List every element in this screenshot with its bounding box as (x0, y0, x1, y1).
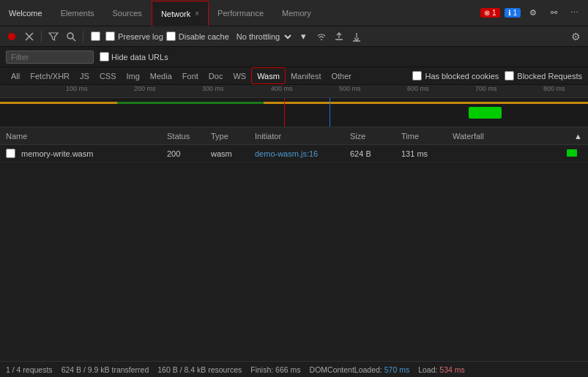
finish-time: Finish: 666 ms (250, 365, 300, 374)
tab-icons: ⊗ 1 ℹ 1 ⚙ ⚯ ⋯ (480, 5, 588, 21)
throttle-dropdown-icon[interactable]: ▾ (297, 29, 311, 44)
tab-network-close[interactable]: × (195, 10, 199, 18)
td-status: 200 (161, 145, 205, 162)
tab-elements[interactable]: Elements (52, 0, 104, 26)
svg-point-1 (67, 33, 73, 39)
type-btn-ws[interactable]: WS (228, 67, 251, 84)
type-btn-other[interactable]: Other (326, 67, 357, 84)
network-gear-icon[interactable]: ⚙ (568, 31, 584, 42)
transferred-size: 624 B / 9.9 kB transferred (62, 365, 149, 374)
timeline-ruler: 100 ms 200 ms 300 ms 400 ms 500 ms 600 m… (0, 85, 588, 98)
wf-green-segment (117, 102, 264, 104)
download-icon[interactable] (349, 29, 364, 44)
ruler-600ms: 600 ms (407, 85, 429, 92)
table-container: memory-write.wasm 200 wasm demo-wasm.js:… (0, 145, 588, 361)
network-toolbar: Preserve log Disable cache No throttling… (0, 26, 588, 47)
wf-end-green-block (469, 107, 502, 119)
sep2 (83, 31, 83, 42)
tab-network[interactable]: Network × (152, 1, 209, 26)
preserve-log-label[interactable]: Preserve log (105, 31, 163, 41)
filter-input[interactable] (6, 51, 94, 64)
tab-sources[interactable]: Sources (104, 0, 152, 26)
info-badge[interactable]: ℹ 1 (505, 8, 521, 18)
has-blocked-cookies-checkbox[interactable] (412, 71, 422, 81)
disable-cache-checkbox[interactable] (166, 31, 176, 41)
type-btn-media[interactable]: Media (145, 67, 177, 84)
more-menu-btn[interactable]: ⋯ (566, 5, 582, 21)
wf-blue-line (330, 98, 330, 127)
type-btn-img[interactable]: Img (122, 67, 145, 84)
record-checkbox[interactable] (88, 29, 103, 44)
clear-btn[interactable] (22, 29, 37, 44)
settings-icon-btn[interactable]: ⚙ (525, 5, 541, 21)
th-name[interactable]: Name (0, 127, 161, 144)
ruler-200ms: 200 ms (134, 85, 156, 92)
row-checkbox[interactable] (6, 149, 15, 158)
tab-memory[interactable]: Memory (273, 0, 321, 26)
td-name: memory-write.wasm (0, 145, 161, 162)
initiator-link[interactable]: demo-wasm.js:16 (255, 149, 318, 158)
table-header: Name Status Type Initiator Size Time Wat… (0, 127, 588, 145)
ruler-800ms: 800 ms (543, 85, 565, 92)
dock-icon-btn[interactable]: ⚯ (546, 5, 562, 21)
filter-btn[interactable] (46, 29, 61, 44)
error-badge[interactable]: ⊗ 1 (480, 8, 499, 18)
request-count: 1 / 4 requests (6, 365, 53, 374)
wifi-icon[interactable] (314, 29, 329, 44)
th-initiator[interactable]: Initiator (249, 127, 344, 144)
record-input[interactable] (91, 31, 100, 41)
type-btn-font[interactable]: Font (177, 67, 204, 84)
tab-bar: Welcome Elements Sources Network × Perfo… (0, 0, 588, 26)
th-status[interactable]: Status (161, 127, 205, 144)
hide-data-urls-label[interactable]: Hide data URLs (100, 52, 168, 61)
type-btn-js[interactable]: JS (75, 67, 94, 84)
record-btn[interactable] (4, 29, 19, 44)
type-btn-wasm[interactable]: Wasm (251, 67, 286, 84)
status-bar: 1 / 4 requests 624 B / 9.9 kB transferre… (0, 361, 588, 377)
td-type: wasm (205, 145, 249, 162)
preserve-log-checkbox[interactable] (105, 31, 115, 41)
wf-bar-container (453, 145, 582, 162)
svg-line-2 (72, 38, 75, 41)
type-filter-bar: All Fetch/XHR JS CSS Img Media Font Doc … (0, 67, 588, 85)
ruler-400ms: 400 ms (271, 85, 293, 92)
hide-data-urls-checkbox[interactable] (100, 52, 109, 61)
main-panel: Preserve log Disable cache No throttling… (0, 26, 588, 377)
type-btn-css[interactable]: CSS (94, 67, 122, 84)
ruler-100ms: 100 ms (66, 85, 88, 92)
blocked-requests-checkbox[interactable] (505, 71, 514, 81)
svg-point-0 (8, 33, 15, 40)
th-time[interactable]: Time (395, 127, 447, 144)
td-size: 624 B (344, 145, 395, 162)
ruler-700ms: 700 ms (475, 85, 497, 92)
filter-bar: Hide data URLs (0, 47, 588, 67)
wf-orange-bar (0, 102, 588, 104)
type-btn-fetchxhr[interactable]: Fetch/XHR (25, 67, 75, 84)
upload-icon[interactable] (332, 29, 346, 44)
tab-welcome[interactable]: Welcome (0, 0, 52, 26)
disable-cache-label[interactable]: Disable cache (166, 31, 229, 41)
tab-performance[interactable]: Performance (209, 0, 273, 26)
th-waterfall[interactable]: Waterfall ▲ (447, 127, 588, 144)
has-blocked-cookies-label[interactable]: Has blocked cookies (412, 71, 499, 81)
throttle-select[interactable]: No throttling Fast 3G Slow 3G Offline (232, 31, 294, 42)
type-btn-all[interactable]: All (6, 67, 25, 84)
load-time: Load: 534 ms (418, 365, 465, 374)
search-btn[interactable] (64, 29, 78, 44)
blocked-requests-label[interactable]: Blocked Requests (505, 71, 582, 81)
table-row[interactable]: memory-write.wasm 200 wasm demo-wasm.js:… (0, 145, 588, 163)
td-initiator: demo-wasm.js:16 (249, 145, 344, 162)
info-icon: ℹ (508, 9, 511, 17)
waterfall-area (0, 98, 588, 127)
th-type[interactable]: Type (205, 127, 249, 144)
td-waterfall (447, 145, 588, 162)
wf-red-line (284, 98, 285, 127)
resources-size: 160 B / 8.4 kB resources (157, 365, 242, 374)
type-btn-doc[interactable]: Doc (204, 67, 228, 84)
dom-content-loaded: DOMContentLoaded: 570 ms (310, 365, 410, 374)
ruler-500ms: 500 ms (339, 85, 361, 92)
sep1 (41, 31, 42, 42)
waterfall-sort-arrow: ▲ (574, 132, 582, 141)
type-btn-manifest[interactable]: Manifest (286, 67, 327, 84)
th-size[interactable]: Size (344, 127, 395, 144)
